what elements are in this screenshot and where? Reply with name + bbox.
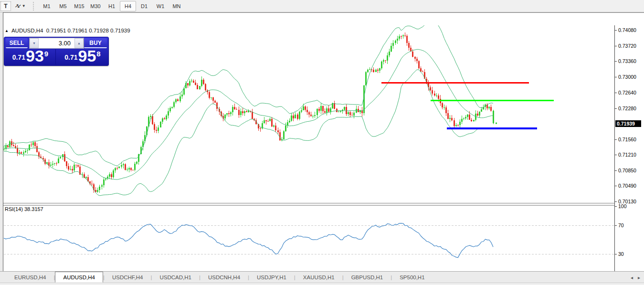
timeframe-button-group: M1M5M15M30H1H4D1W1MN — [39, 1, 185, 11]
price-axis-label: 0.73720 — [618, 43, 636, 49]
timeframe-button-mn[interactable]: MN — [169, 1, 185, 11]
timeframe-button-m1[interactable]: M1 — [39, 1, 55, 11]
bid-price[interactable]: 0.71 93 9 — [5, 49, 56, 64]
price-axis-label: 70 — [618, 222, 624, 228]
ask-price[interactable]: 0.71 95 8 — [57, 49, 108, 64]
tab-scroll-buttons: ◂▸ — [631, 272, 640, 283]
tab-gbpusd[interactable]: GBPUSD,H1 — [344, 272, 391, 283]
tab-usdchf[interactable]: USDCHF,H4 — [105, 272, 151, 283]
price-axis-tick — [615, 77, 617, 77]
price-axis-label: 0.70850 — [618, 168, 636, 173]
timeframe-button-h4[interactable]: H4 — [120, 1, 136, 11]
price-axis-tick — [615, 170, 617, 171]
timeframe-button-m15[interactable]: M15 — [71, 1, 87, 11]
ask-prefix: 0.71 — [64, 53, 77, 61]
price-axis-tick — [615, 206, 617, 207]
top-toolbar: T ↗↙ ▼ M1M5M15M30H1H4D1W1MN — [0, 0, 644, 12]
window-left-edge — [0, 12, 3, 271]
price-axis-tick — [615, 93, 617, 93]
chart-title: ▲AUDUSD,H4 0.71951 0.71961 0.71928 0.719… — [5, 28, 130, 33]
price-axis-tick — [615, 201, 617, 202]
bollinger-middle-band — [4, 49, 493, 179]
price-axis-label: 0.74080 — [618, 27, 636, 33]
timeframe-button-m30[interactable]: M30 — [87, 1, 104, 11]
price-axis-label: 30 — [618, 251, 624, 257]
price-axis-tick — [615, 225, 617, 226]
current-price-tag: 0.71939 — [615, 120, 641, 127]
last-price-marker — [496, 123, 497, 124]
window-bottom-edge — [0, 283, 644, 285]
price-axis-tick — [615, 155, 617, 155]
toolbar-separator — [33, 2, 35, 11]
timeframe-button-m5[interactable]: M5 — [55, 1, 71, 11]
ohlc-values: 0.71951 0.71961 0.71928 0.71939 — [46, 28, 130, 33]
price-axis-tick — [615, 139, 617, 140]
tab-scroll-left-icon[interactable]: ◂ — [631, 275, 633, 280]
timeframe-button-d1[interactable]: D1 — [136, 1, 152, 11]
tab-xauusd[interactable]: XAUUSD,H1 — [296, 272, 342, 283]
price-axis[interactable]: 0.740800.737200.733600.730000.726400.722… — [614, 25, 644, 284]
sell-button[interactable]: SELL — [6, 38, 28, 48]
ask-pip-digit: 8 — [96, 50, 100, 58]
rsi-chart-canvas[interactable] — [0, 206, 614, 274]
tab-usdcad[interactable]: USDCAD,H1 — [152, 272, 199, 283]
bid-pip-digit: 9 — [44, 50, 48, 58]
price-axis-label: 0.72640 — [618, 90, 636, 95]
tab-usdcnh[interactable]: USDCNH,H4 — [201, 272, 248, 283]
move-arrows-icon: ↗↙ — [14, 3, 19, 9]
price-axis-label: 0.73360 — [618, 58, 636, 64]
price-axis-label: 0.70490 — [618, 183, 636, 189]
price-axis-tick — [615, 108, 617, 109]
one-click-trading-panel: SELL ▼ 3.00 ▲ BUY 0.71 93 9 0.71 95 8 — [4, 37, 109, 66]
timeframe-button-w1[interactable]: W1 — [152, 1, 169, 11]
tab-sp500[interactable]: SP500,H1 — [392, 272, 432, 283]
volume-value[interactable]: 3.00 — [39, 38, 74, 48]
chevron-down-icon: ▼ — [22, 4, 26, 8]
price-axis-label: 0.71560 — [618, 137, 636, 142]
bid-prefix: 0.71 — [12, 53, 25, 61]
timeframe-button-h1[interactable]: H1 — [104, 1, 120, 11]
price-axis-tick — [615, 254, 617, 254]
price-axis-label: 100 — [618, 203, 627, 209]
price-axis-label: 0.73000 — [618, 74, 636, 80]
bollinger-lower-band — [4, 70, 493, 196]
rsi-indicator-label: RSI(14) 38.3157 — [5, 206, 43, 212]
price-axis-tick — [615, 61, 617, 62]
symbol-marker-icon: ▲ — [5, 29, 9, 33]
cursor-move-tool-button[interactable]: ↗↙ ▼ — [12, 1, 28, 11]
tab-audusd[interactable]: AUDUSD,H4 — [55, 272, 103, 283]
rsi-line — [4, 223, 493, 258]
price-axis-tick — [615, 30, 617, 31]
price-axis-label: 0.71210 — [618, 152, 636, 158]
price-axis-tick — [615, 186, 617, 186]
chart-window: ▲AUDUSD,H4 0.71951 0.71961 0.71928 0.719… — [0, 12, 644, 271]
price-axis-tick — [615, 46, 617, 46]
bid-big-digits: 93 — [26, 49, 44, 63]
tab-usdjpy[interactable]: USDJPY,H1 — [249, 272, 294, 283]
tab-scroll-right-icon[interactable]: ▸ — [638, 275, 640, 280]
ask-big-digits: 95 — [78, 49, 96, 63]
chart-tab-bar: EURUSD,H4|AUDUSD,H4|USDCHF,H4|USDCAD,H1|… — [0, 271, 644, 283]
tab-eurusd[interactable]: EURUSD,H4 — [7, 272, 53, 283]
chart-symbol: AUDUSD,H4 — [11, 28, 43, 33]
price-axis-label: 0.72280 — [618, 106, 636, 111]
text-tool-button[interactable]: T — [0, 1, 11, 11]
